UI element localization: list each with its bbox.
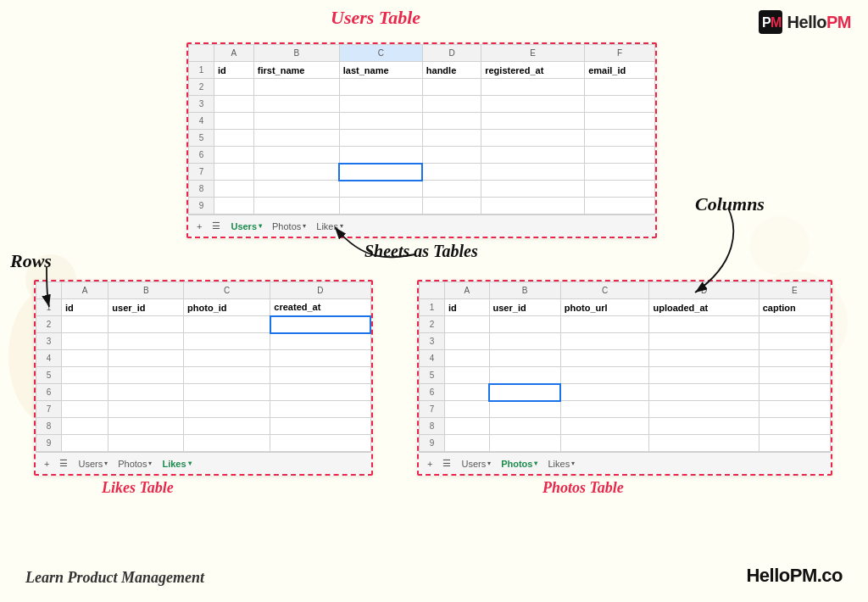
cell-e1: registered_at: [481, 62, 585, 79]
cell-c1: last_name: [339, 62, 422, 79]
photos-tab[interactable]: Photos ▾: [498, 457, 541, 471]
cell-a1: id: [62, 299, 108, 316]
photos-table: A B C D E 1 id user_id photo_url uploade…: [419, 281, 831, 452]
likes-table-spreadsheet: A B C D 1 id user_id photo_id created_at…: [34, 280, 373, 476]
likes-tab[interactable]: Likes ▾: [159, 457, 194, 471]
corner-cell: [36, 282, 62, 299]
table-row: 4: [420, 350, 831, 367]
col-b: B: [489, 282, 560, 299]
table-row: 1 id user_id photo_url uploaded_at capti…: [420, 299, 831, 316]
table-row: 3: [36, 333, 371, 350]
photos-tab[interactable]: Photos ▾: [269, 220, 309, 233]
sheets-list-btn[interactable]: ☰: [439, 456, 454, 471]
cell-b1: user_id: [489, 299, 560, 316]
users-table: A B C D E F 1 id first_name last_name ha…: [188, 44, 655, 215]
corner-cell: [189, 45, 214, 62]
table-row: 6: [36, 384, 371, 401]
col-b: B: [108, 282, 184, 299]
table-row: 7: [420, 401, 831, 418]
table-row: 7: [36, 401, 371, 418]
svg-text:M: M: [771, 15, 782, 30]
col-a: A: [445, 282, 490, 299]
col-d: D: [649, 282, 759, 299]
photos-tab-bar: + ☰ Users ▾ Photos ▾ Likes ▾: [419, 452, 831, 474]
columns-label: Columns: [695, 193, 765, 215]
photos-tab[interactable]: Photos ▾: [114, 457, 155, 471]
table-row: 5: [420, 367, 831, 384]
logo: P M HelloPM: [759, 10, 851, 34]
col-d: D: [270, 282, 370, 299]
table-row: 6: [189, 147, 655, 164]
cell-a1: id: [445, 299, 490, 316]
photos-table-spreadsheet: A B C D E 1 id user_id photo_url uploade…: [417, 280, 832, 476]
logo-text: HelloPM: [787, 13, 851, 32]
rows-label: Rows: [10, 250, 52, 272]
table-row: 2: [36, 316, 371, 333]
table-row: 9: [36, 435, 371, 452]
users-tab[interactable]: Users ▾: [75, 457, 111, 471]
table-row: 4: [189, 113, 655, 130]
sheets-list-btn[interactable]: ☰: [56, 456, 71, 471]
users-tab-bar: + ☰ Users ▾ Photos ▾ Likes ▾: [188, 215, 655, 237]
cell-e1: caption: [759, 299, 830, 316]
table-row: 2: [420, 316, 831, 333]
likes-table-label: Likes Table: [102, 479, 174, 497]
sheets-list-btn[interactable]: ☰: [209, 219, 224, 233]
col-e: E: [481, 45, 585, 62]
table-row: 8: [36, 418, 371, 435]
table-row: 7: [189, 164, 655, 181]
likes-tab[interactable]: Likes ▾: [313, 220, 347, 233]
cell-f1: email_id: [585, 62, 655, 79]
table-row: 1 id first_name last_name handle registe…: [189, 62, 655, 79]
footer-url: HelloPM.co: [746, 565, 843, 587]
cell-d1: created_at: [270, 299, 370, 316]
cell-d1: uploaded_at: [649, 299, 759, 316]
cell-c1: photo_id: [184, 299, 270, 316]
col-f: F: [585, 45, 655, 62]
cell-a1: id: [214, 62, 254, 79]
col-c: C: [560, 282, 649, 299]
likes-tab-bar: + ☰ Users ▾ Photos ▾ Likes ▾: [36, 452, 371, 474]
col-d: D: [422, 45, 481, 62]
table-row: 2: [189, 79, 655, 96]
table-row: 3: [189, 96, 655, 113]
photos-table-label: Photos Table: [542, 479, 624, 497]
table-row: 3: [420, 333, 831, 350]
col-a: A: [214, 45, 254, 62]
cell-b1: user_id: [108, 299, 184, 316]
likes-table: A B C D 1 id user_id photo_id created_at…: [36, 281, 371, 452]
likes-tab[interactable]: Likes ▾: [544, 457, 578, 471]
corner-cell: [420, 282, 445, 299]
users-table-spreadsheet: A B C D E F 1 id first_name last_name ha…: [186, 42, 657, 238]
table-row: 6: [420, 384, 831, 401]
table-row: 1 id user_id photo_id created_at: [36, 299, 371, 316]
add-sheet-btn[interactable]: +: [193, 220, 205, 233]
table-row: 5: [189, 130, 655, 147]
table-row: 9: [189, 198, 655, 215]
col-c: C: [184, 282, 270, 299]
table-row: 8: [420, 418, 831, 435]
table-row: 4: [36, 350, 371, 367]
col-a: A: [62, 282, 108, 299]
add-sheet-btn[interactable]: +: [424, 457, 436, 471]
col-e: E: [759, 282, 830, 299]
table-row: 5: [36, 367, 371, 384]
footer-tagline: Learn Product Management: [25, 569, 204, 587]
cell-c1: photo_url: [560, 299, 649, 316]
cell-d1: handle: [422, 62, 481, 79]
col-b: B: [253, 45, 339, 62]
cell-b1: first_name: [253, 62, 339, 79]
logo-icon: P M: [759, 10, 782, 34]
users-tab[interactable]: Users ▾: [227, 220, 265, 233]
users-table-label: Users Table: [331, 7, 420, 29]
svg-point-3: [750, 216, 810, 276]
col-c: C: [339, 45, 422, 62]
users-tab[interactable]: Users ▾: [458, 457, 494, 471]
sheets-as-tables-label: Sheets as Tables: [364, 242, 478, 261]
row-num: 1: [189, 62, 214, 79]
table-row: 9: [420, 435, 831, 452]
table-row: 8: [189, 181, 655, 198]
add-sheet-btn[interactable]: +: [41, 457, 53, 471]
